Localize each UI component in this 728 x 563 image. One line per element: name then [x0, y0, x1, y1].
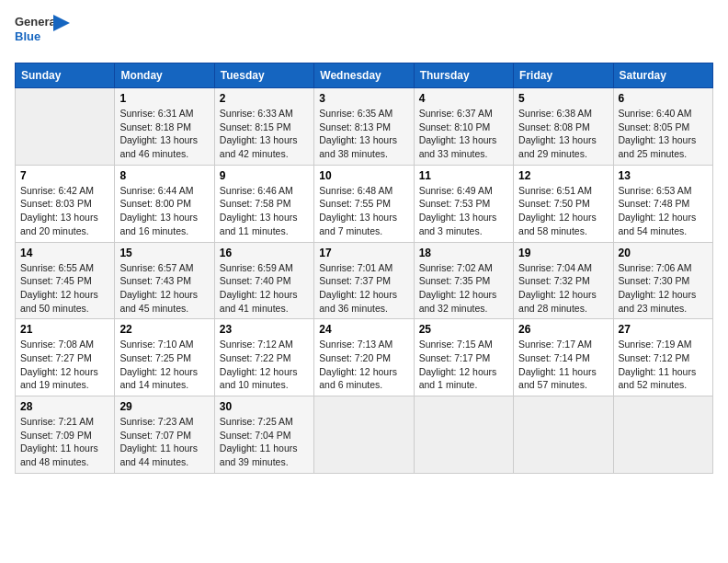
day-number: 30	[220, 400, 309, 413]
day-number: 7	[20, 169, 109, 182]
day-number: 29	[119, 400, 209, 413]
day-info: Sunrise: 7:10 AMSunset: 7:25 PMDaylight:…	[119, 338, 209, 392]
day-number: 18	[419, 247, 508, 259]
day-number: 6	[619, 92, 708, 105]
day-info: Sunrise: 7:19 AMSunset: 7:12 PMDaylight:…	[619, 338, 708, 392]
day-cell: 1Sunrise: 6:31 AMSunset: 8:18 PMDaylight…	[115, 88, 214, 166]
day-number: 4	[419, 92, 508, 105]
day-info: Sunrise: 6:37 AMSunset: 8:10 PMDaylight:…	[419, 107, 508, 161]
day-info: Sunrise: 7:23 AMSunset: 7:07 PMDaylight:…	[119, 415, 209, 469]
day-cell: 26Sunrise: 7:17 AMSunset: 7:14 PMDayligh…	[514, 319, 613, 396]
week-row-1: 1Sunrise: 6:31 AMSunset: 8:18 PMDaylight…	[16, 88, 713, 166]
day-cell: 4Sunrise: 6:37 AMSunset: 8:10 PMDaylight…	[414, 88, 513, 166]
day-cell	[414, 396, 513, 474]
day-info: Sunrise: 7:04 AMSunset: 7:32 PMDaylight:…	[518, 261, 608, 316]
day-number: 24	[319, 323, 408, 336]
day-info: Sunrise: 7:08 AMSunset: 7:27 PMDaylight:…	[20, 338, 109, 392]
day-cell: 6Sunrise: 6:40 AMSunset: 8:05 PMDaylight…	[613, 88, 712, 166]
day-number: 23	[220, 323, 309, 336]
day-number: 22	[119, 323, 209, 336]
week-row-3: 14Sunrise: 6:55 AMSunset: 7:45 PMDayligh…	[16, 242, 713, 319]
day-info: Sunrise: 6:55 AMSunset: 7:45 PMDaylight:…	[20, 261, 109, 316]
day-number: 2	[220, 92, 309, 105]
header-saturday: Saturday	[613, 63, 712, 88]
day-cell: 27Sunrise: 7:19 AMSunset: 7:12 PMDayligh…	[613, 319, 712, 396]
day-info: Sunrise: 7:02 AMSunset: 7:35 PMDaylight:…	[419, 261, 508, 316]
svg-marker-0	[53, 15, 70, 31]
day-info: Sunrise: 6:42 AMSunset: 8:03 PMDaylight:…	[20, 184, 109, 238]
calendar-header-row: SundayMondayTuesdayWednesdayThursdayFrid…	[16, 63, 713, 88]
day-info: Sunrise: 6:44 AMSunset: 8:00 PMDaylight:…	[119, 184, 209, 238]
day-cell: 3Sunrise: 6:35 AMSunset: 8:13 PMDaylight…	[314, 88, 414, 166]
day-info: Sunrise: 7:01 AMSunset: 7:37 PMDaylight:…	[319, 261, 408, 316]
day-info: Sunrise: 6:59 AMSunset: 7:40 PMDaylight:…	[220, 261, 309, 316]
day-cell	[613, 396, 712, 474]
logo: General Blue	[15, 15, 63, 55]
day-number: 11	[419, 169, 508, 182]
day-cell: 8Sunrise: 6:44 AMSunset: 8:00 PMDaylight…	[115, 165, 214, 242]
day-number: 9	[220, 169, 309, 182]
header-sunday: Sunday	[16, 63, 115, 88]
day-number: 13	[619, 169, 708, 182]
day-info: Sunrise: 6:35 AMSunset: 8:13 PMDaylight:…	[319, 107, 408, 161]
header-friday: Friday	[514, 63, 613, 88]
day-number: 25	[419, 323, 508, 336]
page-header: General Blue	[15, 15, 713, 55]
day-cell	[314, 396, 414, 474]
day-cell: 9Sunrise: 6:46 AMSunset: 7:58 PMDaylight…	[214, 165, 313, 242]
day-cell: 15Sunrise: 6:57 AMSunset: 7:43 PMDayligh…	[115, 242, 214, 319]
day-cell: 25Sunrise: 7:15 AMSunset: 7:17 PMDayligh…	[414, 319, 513, 396]
day-number: 3	[319, 92, 408, 105]
day-cell: 5Sunrise: 6:38 AMSunset: 8:08 PMDaylight…	[514, 88, 613, 166]
day-info: Sunrise: 6:33 AMSunset: 8:15 PMDaylight:…	[220, 107, 309, 161]
day-cell: 24Sunrise: 7:13 AMSunset: 7:20 PMDayligh…	[314, 319, 414, 396]
day-info: Sunrise: 6:53 AMSunset: 7:48 PMDaylight:…	[619, 184, 708, 238]
day-cell: 28Sunrise: 7:21 AMSunset: 7:09 PMDayligh…	[16, 396, 115, 474]
day-info: Sunrise: 6:48 AMSunset: 7:55 PMDaylight:…	[319, 184, 408, 238]
day-number: 21	[20, 323, 109, 336]
day-number: 10	[319, 169, 408, 182]
day-info: Sunrise: 7:25 AMSunset: 7:04 PMDaylight:…	[220, 415, 309, 469]
week-row-5: 28Sunrise: 7:21 AMSunset: 7:09 PMDayligh…	[16, 396, 713, 474]
day-cell: 19Sunrise: 7:04 AMSunset: 7:32 PMDayligh…	[514, 242, 613, 319]
day-cell: 2Sunrise: 6:33 AMSunset: 8:15 PMDaylight…	[214, 88, 313, 166]
day-info: Sunrise: 6:46 AMSunset: 7:58 PMDaylight:…	[220, 184, 309, 238]
day-info: Sunrise: 7:15 AMSunset: 7:17 PMDaylight:…	[419, 338, 508, 392]
day-info: Sunrise: 7:12 AMSunset: 7:22 PMDaylight:…	[220, 338, 309, 392]
day-cell: 10Sunrise: 6:48 AMSunset: 7:55 PMDayligh…	[314, 165, 414, 242]
day-number: 15	[119, 247, 209, 259]
header-thursday: Thursday	[414, 63, 513, 88]
day-info: Sunrise: 7:21 AMSunset: 7:09 PMDaylight:…	[20, 415, 109, 469]
day-info: Sunrise: 7:13 AMSunset: 7:20 PMDaylight:…	[319, 338, 408, 392]
day-number: 8	[119, 169, 209, 182]
day-number: 17	[319, 247, 408, 259]
day-cell: 17Sunrise: 7:01 AMSunset: 7:37 PMDayligh…	[314, 242, 414, 319]
day-number: 20	[619, 247, 708, 259]
day-number: 5	[518, 92, 608, 105]
week-row-4: 21Sunrise: 7:08 AMSunset: 7:27 PMDayligh…	[16, 319, 713, 396]
day-info: Sunrise: 6:57 AMSunset: 7:43 PMDaylight:…	[119, 261, 209, 316]
day-number: 27	[619, 323, 708, 336]
day-cell	[514, 396, 613, 474]
day-cell: 21Sunrise: 7:08 AMSunset: 7:27 PMDayligh…	[16, 319, 115, 396]
day-cell	[16, 88, 115, 166]
day-info: Sunrise: 6:38 AMSunset: 8:08 PMDaylight:…	[518, 107, 608, 161]
day-cell: 7Sunrise: 6:42 AMSunset: 8:03 PMDaylight…	[16, 165, 115, 242]
day-number: 1	[119, 92, 209, 105]
day-cell: 22Sunrise: 7:10 AMSunset: 7:25 PMDayligh…	[115, 319, 214, 396]
day-number: 19	[518, 247, 608, 259]
day-cell: 13Sunrise: 6:53 AMSunset: 7:48 PMDayligh…	[613, 165, 712, 242]
logo-arrow-icon	[53, 15, 70, 31]
header-wednesday: Wednesday	[314, 63, 414, 88]
day-info: Sunrise: 6:49 AMSunset: 7:53 PMDaylight:…	[419, 184, 508, 238]
day-cell: 11Sunrise: 6:49 AMSunset: 7:53 PMDayligh…	[414, 165, 513, 242]
day-number: 12	[518, 169, 608, 182]
day-cell: 16Sunrise: 6:59 AMSunset: 7:40 PMDayligh…	[214, 242, 313, 319]
day-number: 26	[518, 323, 608, 336]
week-row-2: 7Sunrise: 6:42 AMSunset: 8:03 PMDaylight…	[16, 165, 713, 242]
calendar-table: SundayMondayTuesdayWednesdayThursdayFrid…	[15, 63, 713, 474]
day-info: Sunrise: 7:06 AMSunset: 7:30 PMDaylight:…	[619, 261, 708, 316]
day-cell: 14Sunrise: 6:55 AMSunset: 7:45 PMDayligh…	[16, 242, 115, 319]
day-cell: 20Sunrise: 7:06 AMSunset: 7:30 PMDayligh…	[613, 242, 712, 319]
day-cell: 18Sunrise: 7:02 AMSunset: 7:35 PMDayligh…	[414, 242, 513, 319]
